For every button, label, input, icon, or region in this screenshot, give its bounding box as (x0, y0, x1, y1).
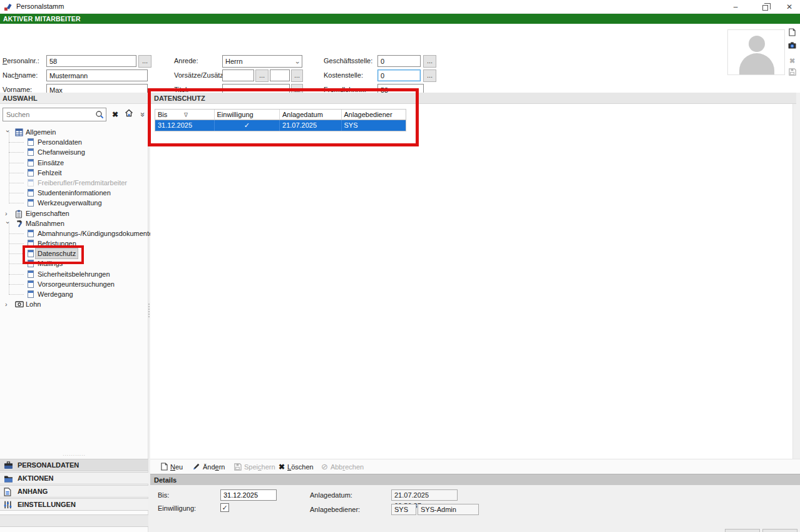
tree-node-freiberufler[interactable]: Freiberufler/Fremdmitarbeiter (0, 178, 148, 188)
einwilligung-checkbox[interactable]: ✓ (220, 503, 229, 512)
header-form: Personalnr.: ... Nachname: Vorname: Anre… (0, 24, 800, 93)
details-anlagedatum-field: 21.07.2025 09:50:37 (391, 489, 458, 501)
tree-node-fehlzeit[interactable]: Fehlzeit (0, 168, 148, 178)
kostenstelle-lookup-button[interactable]: ... (423, 69, 436, 82)
search-input[interactable] (3, 108, 106, 121)
save-icon (233, 462, 242, 474)
vorsaetze-lookup-button-1[interactable]: ... (255, 69, 269, 82)
sort-icon[interactable]: ∇ (184, 110, 188, 120)
table-row[interactable]: 31.12.2025 ✓ 21.07.2025 09:50:37 SYS (155, 120, 406, 131)
tree-node-werdegang[interactable]: Werdegang (0, 289, 148, 299)
accordion-personaldaten[interactable]: PERSONALDATEN (0, 459, 148, 471)
column-header-anlagedatum[interactable]: Anlagedatum (280, 110, 342, 120)
save-icon (788, 68, 796, 76)
delete-x-icon: ✖ (279, 463, 285, 471)
tree-node-massnahmen[interactable]: › Maßnahmen (0, 218, 148, 228)
form-page-icon (28, 148, 34, 156)
tree-node-einsaetze[interactable]: Einsätze (0, 158, 148, 168)
avatar-body (739, 53, 774, 74)
neu-button[interactable]: Neu (161, 461, 183, 473)
tree-expander-icon[interactable]: › (5, 299, 11, 309)
tree-node-studenteninformationen[interactable]: Studenteninformationen (0, 188, 148, 198)
photo-new-button[interactable] (787, 28, 797, 38)
details-bis-label: Bis: (158, 491, 169, 499)
cell-anlagedatum: 21.07.2025 09:50:37 (280, 120, 342, 131)
document-icon (28, 250, 34, 257)
geschaeftsstelle-input[interactable] (377, 55, 421, 67)
tree-node-datenschutz[interactable]: Datenschutz (0, 248, 148, 258)
tree-node-vorsorgeuntersuchungen[interactable]: Vorsorgeuntersuchungen (0, 279, 148, 289)
column-header-anlagebediener[interactable]: Anlagebediener (342, 110, 406, 120)
sidebar: AUSWAHL ✖ » › Allgemein Personaldaten Ch… (0, 93, 148, 532)
form-page-icon (28, 260, 34, 267)
aendern-button[interactable]: Ändern (192, 461, 225, 473)
vorsaetze-input-2[interactable] (270, 69, 290, 81)
form-page-icon (28, 270, 34, 278)
close-button[interactable]: ✕ (779, 0, 800, 14)
personalnr-lookup-button[interactable]: ... (138, 55, 151, 68)
navigation-tree: › Allgemein Personaldaten Chefanweisung … (0, 127, 148, 309)
sidebar-splitter-dots[interactable]: ··········· (0, 453, 148, 458)
anrede-select[interactable]: Herrn › (222, 55, 302, 68)
tree-node-befristungen[interactable]: Befristungen (0, 238, 148, 248)
tree-node-allgemein[interactable]: › Allgemein (0, 127, 148, 137)
photo-delete-button[interactable]: ✖ (787, 56, 797, 66)
details-anlagedatum-label: Anlagedatum: (310, 491, 352, 499)
tree-expander-icon[interactable]: › (5, 208, 11, 218)
minimize-button[interactable]: – (725, 0, 746, 14)
sliders-icon (4, 501, 12, 513)
tree-node-mailings[interactable]: Mailings (0, 258, 148, 269)
accordion-aktionen[interactable]: AKTIONEN (0, 472, 148, 484)
tree-node-eigenschaften[interactable]: › Eigenschaften (0, 208, 148, 218)
vorsaetze-label: Vorsätze/Zusätze: (174, 71, 229, 79)
new-page-icon (789, 28, 796, 36)
tree-node-abmahnungsdokumente[interactable]: Abmahnungs-/Kündigungsdokumente (0, 228, 148, 238)
chevron-down-icon: › (292, 61, 304, 64)
cell-bis: 31.12.2025 (155, 120, 215, 131)
vorsaetze-input-1[interactable] (222, 69, 254, 81)
tree-node-lohn[interactable]: › Lohn (0, 299, 148, 309)
tree-node-sicherheitsbelehrungen[interactable]: Sicherheitsbelehrungen (0, 269, 148, 279)
form-page-icon (28, 240, 34, 247)
tree-node-chefanweisung[interactable]: Chefanweisung (0, 147, 148, 157)
column-header-einwilligung[interactable]: Einwilligung (215, 110, 280, 120)
photo-capture-button[interactable] (787, 42, 797, 51)
geschaeftsstelle-lookup-button[interactable]: ... (423, 55, 436, 68)
accordion-anhang[interactable]: ANHANG (0, 485, 148, 498)
new-page-icon (161, 462, 168, 474)
tree-expander-icon[interactable]: › (3, 221, 13, 227)
search-clear-button[interactable]: ✖ (109, 108, 121, 121)
datenschutz-table: Bis∇ Einwilligung Anlagedatum Anlagebedi… (155, 109, 406, 131)
restore-button[interactable] (754, 0, 776, 14)
panel-title: DATENSCHUTZ (150, 93, 796, 104)
kostenstelle-input[interactable] (377, 69, 421, 81)
form-page-icon (28, 280, 34, 288)
tree-expander-icon[interactable]: › (3, 130, 13, 136)
cancel-icon: ⊘ (321, 462, 328, 471)
home-button[interactable] (123, 108, 135, 121)
tree-node-werkzeugverwaltung[interactable]: Werkzeugverwaltung (0, 198, 148, 208)
collapse-all-button[interactable]: » (136, 108, 149, 121)
nachname-input[interactable] (46, 69, 148, 81)
abbrechen-button[interactable]: ⊘Abbrechen (321, 461, 364, 473)
accordion-einstellungen[interactable]: EINSTELLUNGEN (0, 498, 148, 511)
cell-einwilligung-check-icon: ✓ (215, 120, 280, 131)
search-row: ✖ » (3, 108, 146, 121)
speichern-button[interactable]: Speichern (233, 461, 275, 473)
personalnr-input[interactable] (46, 55, 136, 67)
partial-button[interactable] (725, 529, 760, 532)
camera-icon (788, 42, 796, 49)
form-page-icon (28, 159, 34, 166)
form-page-icon (28, 199, 34, 207)
vorsaetze-lookup-button-2[interactable]: ... (291, 69, 303, 82)
window-title: Personalstamm (16, 3, 64, 10)
loeschen-button[interactable]: ✖Löschen (279, 461, 314, 473)
details-bis-input[interactable] (220, 489, 277, 501)
column-header-bis[interactable]: Bis∇ (155, 110, 215, 120)
details-form: Bis: Einwilligung: ✓ Anlagedatum: 21.07.… (150, 485, 800, 532)
photo-save-button[interactable] (787, 68, 797, 77)
employee-photo-frame (727, 29, 785, 75)
personalnr-label: Personalnr.: (3, 57, 39, 64)
partial-button[interactable] (762, 529, 797, 532)
tree-node-personaldaten[interactable]: Personaldaten (0, 137, 148, 147)
